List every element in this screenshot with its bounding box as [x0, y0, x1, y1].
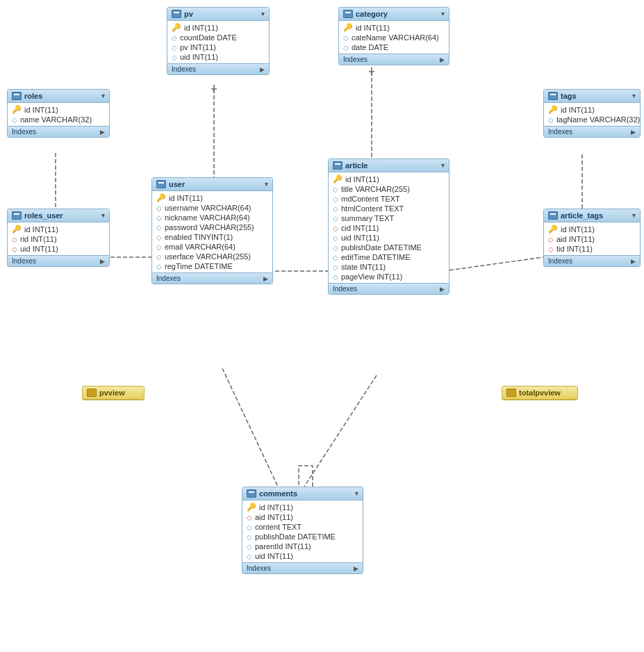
table-comments-footer[interactable]: Indexes ▶ [242, 562, 363, 573]
table-pv-header[interactable]: pv ▾ [167, 8, 269, 21]
table-row: ◇ username VARCHAR(64) [152, 203, 272, 213]
diamond-icon: ◇ [333, 205, 338, 213]
table-article-dropdown[interactable]: ▾ [441, 162, 445, 169]
field-label: id INT(11) [24, 225, 58, 234]
field-label: id INT(11) [184, 24, 218, 32]
table-row: ◇ parentId INT(11) [242, 541, 363, 551]
table-comments-header[interactable]: comments ▾ [242, 487, 363, 500]
table-row: ◇ editTime DATETIME [329, 252, 449, 262]
table-roles-header[interactable]: roles ▾ [8, 90, 109, 103]
table-article-tags-dropdown[interactable]: ▾ [632, 212, 636, 219]
footer-arrow: ▶ [440, 286, 445, 293]
table-article-tags-name: article_tags [561, 211, 603, 220]
view-pvview-icon [87, 389, 97, 397]
table-roles-user-dropdown[interactable]: ▾ [101, 212, 105, 219]
field-label: pageView INT(11) [341, 272, 402, 281]
table-article-tags-footer[interactable]: Indexes ▶ [544, 255, 640, 266]
key-icon: 🔑 [343, 23, 353, 32]
table-row: ◇ state INT(11) [329, 262, 449, 272]
table-pv-name: pv [184, 10, 193, 18]
table-row: 🔑 id INT(11) [339, 22, 449, 33]
table-user: user ▾ 🔑 id INT(11) ◇ username VARCHAR(6… [151, 177, 273, 284]
diamond-icon: ◇ [343, 44, 349, 51]
table-row: ◇ password VARCHAR(255) [152, 222, 272, 232]
field-label: nickname VARCHAR(64) [165, 213, 250, 222]
diamond-red-icon: ◇ [548, 245, 554, 253]
diamond-icon: ◇ [333, 195, 338, 203]
footer-arrow: ▶ [260, 66, 265, 73]
table-tags-header[interactable]: tags ▾ [544, 90, 640, 103]
key-icon: 🔑 [548, 225, 558, 234]
field-label: publishDate DATETIME [341, 243, 422, 252]
table-roles-footer[interactable]: Indexes ▶ [8, 126, 109, 137]
diamond-icon: ◇ [172, 44, 177, 51]
table-article-tags-header[interactable]: article_tags ▾ [544, 209, 640, 222]
field-label: enabled TINYINT(1) [165, 233, 233, 241]
field-label: name VARCHAR(32) [20, 115, 92, 124]
diamond-red-icon: ◇ [12, 236, 17, 243]
table-roles-user-header[interactable]: roles_user ▾ [8, 209, 109, 222]
table-category-dropdown[interactable]: ▾ [441, 10, 445, 17]
table-row: ◇ summary TEXT [329, 213, 449, 223]
table-article-tags-body: 🔑 id INT(11) ◇ aid INT(11) ◇ tid INT(11) [544, 222, 640, 255]
table-tags-dropdown[interactable]: ▾ [632, 92, 636, 99]
table-row: ◇ cateName VARCHAR(64) [339, 33, 449, 42]
table-row: ◇ uid INT(11) [242, 551, 363, 561]
table-row: ◇ name VARCHAR(32) [8, 115, 109, 124]
footer-arrow: ▶ [100, 129, 105, 136]
table-roles-dropdown[interactable]: ▾ [101, 92, 105, 99]
diamond-icon: ◇ [247, 533, 252, 541]
footer-arrow: ▶ [440, 56, 445, 63]
indexes-label: Indexes [548, 257, 572, 265]
key-icon: 🔑 [12, 105, 22, 114]
field-label: id INT(11) [356, 24, 390, 32]
view-pvview-name: pvview [99, 389, 125, 397]
table-row: ◇ publishDate DATETIME [242, 532, 363, 541]
table-category-header[interactable]: category ▾ [339, 8, 449, 21]
table-row: ◇ regTime DATETIME [152, 261, 272, 271]
field-label: tid INT(11) [556, 245, 593, 253]
diamond-icon: ◇ [247, 523, 252, 531]
table-roles-body: 🔑 id INT(11) ◇ name VARCHAR(32) [8, 103, 109, 126]
key-icon: 🔑 [548, 105, 558, 114]
table-row: ◇ uid INT(11) [8, 244, 109, 254]
indexes-label: Indexes [156, 275, 181, 282]
field-label: cateName VARCHAR(64) [352, 33, 439, 42]
field-label: date DATE [352, 43, 388, 51]
indexes-label: Indexes [548, 128, 572, 136]
table-tags-icon [548, 92, 558, 100]
view-pvview-header[interactable]: pvview [83, 386, 144, 400]
table-tags-footer[interactable]: Indexes ▶ [544, 126, 640, 137]
svg-line-7 [304, 375, 377, 487]
key-icon: 🔑 [247, 503, 256, 512]
diamond-icon: ◇ [333, 263, 338, 271]
key-icon: 🔑 [333, 174, 342, 184]
indexes-label: Indexes [12, 257, 36, 265]
table-article-header[interactable]: article ▾ [329, 159, 449, 172]
table-row: ◇ uid INT(11) [329, 233, 449, 243]
table-comments-dropdown[interactable]: ▾ [355, 490, 358, 497]
table-roles-user-footer[interactable]: Indexes ▶ [8, 255, 109, 266]
table-user-header[interactable]: user ▾ [152, 178, 272, 191]
table-roles-icon [12, 92, 22, 100]
table-row: ◇ htmlContent TEXT [329, 204, 449, 213]
table-row: 🔑 id INT(11) [8, 224, 109, 234]
field-label: email VARCHAR(64) [165, 243, 236, 251]
table-article-name: article [345, 161, 368, 170]
table-row: ◇ countDate DATE [167, 33, 269, 42]
table-pv: pv ▾ 🔑 id INT(11) ◇ countDate DATE ◇ pv … [167, 7, 270, 75]
table-article-footer[interactable]: Indexes ▶ [329, 283, 449, 294]
table-row: ◇ tagName VARCHAR(32) [544, 115, 640, 124]
view-totalpvview-header[interactable]: totalpvview [502, 386, 577, 400]
table-row: ◇ title VARCHAR(255) [329, 184, 449, 194]
table-row: ◇ date DATE [339, 42, 449, 52]
table-pv-dropdown[interactable]: ▾ [261, 10, 265, 17]
table-category-footer[interactable]: Indexes ▶ [339, 54, 449, 65]
view-totalpvview-name: totalpvview [519, 389, 561, 397]
table-pv-footer[interactable]: Indexes ▶ [167, 63, 269, 74]
field-label: id INT(11) [259, 503, 293, 512]
field-label: userface VARCHAR(255) [165, 252, 251, 261]
indexes-label: Indexes [333, 285, 357, 293]
table-user-footer[interactable]: Indexes ▶ [152, 272, 272, 284]
table-user-dropdown[interactable]: ▾ [265, 181, 268, 188]
